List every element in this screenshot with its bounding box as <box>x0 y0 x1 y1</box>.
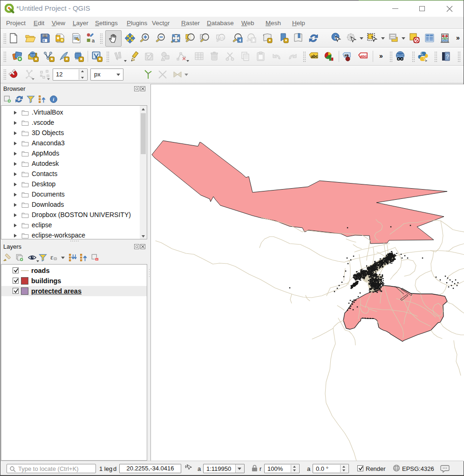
svg-text:abc: abc <box>311 54 318 59</box>
svg-text:?: ? <box>446 53 449 60</box>
svg-text:ε: ε <box>50 253 53 261</box>
svg-text:a: a <box>92 38 95 43</box>
svg-text:i: i <box>53 96 54 102</box>
svg-text:ab: ab <box>345 53 349 57</box>
svg-text:1:1: 1:1 <box>220 36 224 39</box>
svg-text:abc: abc <box>361 54 367 58</box>
